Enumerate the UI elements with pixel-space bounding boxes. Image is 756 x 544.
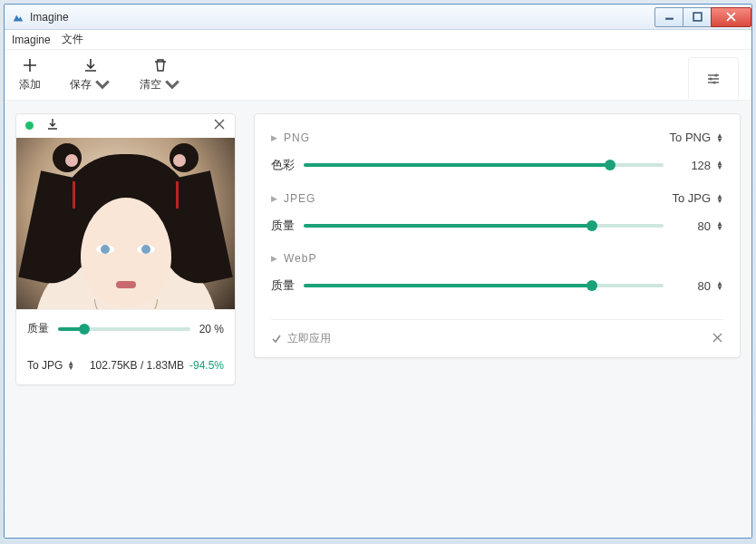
caret-right-icon: ▶: [271, 133, 278, 142]
webp-quality-value: 80: [680, 279, 711, 293]
quality-slider[interactable]: [58, 327, 190, 331]
app-icon: [12, 11, 24, 24]
svg-point-2: [714, 73, 717, 76]
quality-label: 质量: [27, 321, 49, 336]
webp-section-header[interactable]: ▶ WebP: [271, 247, 723, 270]
window-title: Imagine: [30, 11, 655, 24]
chevron-down-icon: [94, 77, 111, 93]
png-section-header[interactable]: ▶ PNG To PNG ▲▼: [271, 125, 723, 150]
download-icon: [82, 57, 99, 73]
apply-label: 立即应用: [287, 331, 331, 346]
updown-icon[interactable]: ▲▼: [716, 221, 723, 230]
svg-point-3: [709, 77, 712, 80]
jpeg-title: JPEG: [284, 192, 315, 205]
trash-icon: [152, 57, 169, 73]
image-card: 质量 20 % To JPG ▲▼ 102.75KB / 1.83MB -94.…: [15, 113, 236, 385]
clear-label: 清空: [140, 77, 161, 92]
status-dot: [25, 121, 34, 130]
settings-panel: ▶ PNG To PNG ▲▼ 色彩 128 ▲▼ ▶ JPEG To JPG …: [254, 113, 741, 358]
save-label: 保存: [70, 77, 92, 92]
window-controls: [655, 7, 751, 27]
jpeg-target: To JPG: [672, 191, 711, 205]
close-icon: [712, 332, 723, 344]
add-button[interactable]: 添加: [19, 57, 41, 92]
add-label: 添加: [19, 77, 41, 92]
png-title: PNG: [284, 131, 310, 144]
updown-icon[interactable]: ▲▼: [716, 194, 723, 203]
caret-right-icon: ▶: [271, 254, 278, 263]
menu-file[interactable]: 文件: [62, 32, 83, 47]
maximize-button[interactable]: [683, 7, 712, 27]
jpeg-quality-value: 80: [680, 219, 711, 233]
image-thumbnail[interactable]: [16, 138, 235, 310]
updown-icon[interactable]: ▲▼: [716, 160, 723, 170]
jpeg-section-header[interactable]: ▶ JPEG To JPG ▲▼: [271, 186, 723, 210]
png-target: To PNG: [670, 131, 712, 144]
card-header: [16, 114, 235, 138]
minimize-button[interactable]: [654, 7, 683, 27]
updown-icon[interactable]: ▲▼: [716, 281, 723, 290]
updown-icon: ▲▼: [67, 361, 74, 370]
content-area: 质量 20 % To JPG ▲▼ 102.75KB / 1.83MB -94.…: [5, 101, 751, 538]
webp-quality-slider[interactable]: [304, 284, 664, 287]
sliders-icon: [705, 71, 722, 87]
format-select[interactable]: To JPG ▲▼: [27, 359, 74, 372]
panel-footer: 立即应用: [271, 319, 723, 357]
png-color-slider[interactable]: [304, 163, 664, 167]
titlebar: Imagine: [5, 5, 751, 30]
quality-row: 质量 20 %: [16, 309, 235, 346]
window-close-button[interactable]: [711, 7, 751, 27]
close-icon: [213, 118, 226, 131]
app-window: Imagine Imagine 文件 添加 保存 清空: [4, 4, 752, 539]
caret-right-icon: ▶: [271, 194, 278, 203]
png-color-row: 色彩 128 ▲▼: [271, 150, 723, 186]
menubar: Imagine 文件: [5, 30, 751, 50]
webp-quality-label: 质量: [271, 277, 304, 294]
plus-icon: [22, 57, 38, 73]
webp-quality-row: 质量 80 ▲▼: [271, 270, 723, 306]
format-row: To JPG ▲▼ 102.75KB / 1.83MB -94.5%: [16, 347, 235, 384]
format-value: To JPG: [27, 359, 63, 372]
jpeg-quality-row: 质量 80 ▲▼: [271, 210, 723, 247]
card-close-button[interactable]: [213, 118, 226, 134]
apply-button[interactable]: 立即应用: [271, 331, 331, 346]
size-info: 102.75KB / 1.83MB: [90, 359, 184, 372]
check-icon: [271, 334, 282, 345]
save-button[interactable]: 保存: [70, 57, 111, 93]
toolbar: 添加 保存 清空: [5, 50, 751, 101]
panel-close-button[interactable]: [712, 332, 723, 346]
jpeg-quality-slider[interactable]: [304, 224, 664, 228]
settings-button[interactable]: [688, 57, 739, 99]
clear-button[interactable]: 清空: [140, 57, 180, 93]
chevron-down-icon: [164, 77, 180, 93]
webp-title: WebP: [284, 252, 316, 265]
updown-icon[interactable]: ▲▼: [716, 133, 723, 142]
card-download-button[interactable]: [46, 118, 59, 134]
jpeg-quality-label: 质量: [271, 218, 304, 234]
download-icon: [46, 118, 59, 131]
png-color-label: 色彩: [271, 157, 304, 173]
svg-rect-1: [693, 13, 702, 21]
reduction-pct: -94.5%: [189, 359, 224, 372]
png-color-value: 128: [680, 159, 711, 172]
svg-point-4: [712, 81, 715, 83]
svg-rect-0: [665, 18, 674, 20]
quality-value: 20 %: [199, 323, 224, 335]
menu-app[interactable]: Imagine: [12, 34, 51, 46]
